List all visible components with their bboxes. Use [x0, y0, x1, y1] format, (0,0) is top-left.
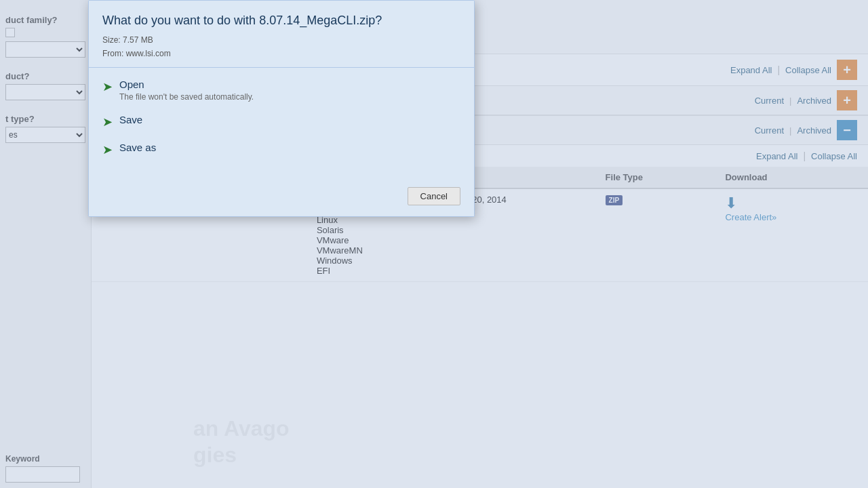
- open-arrow-icon: ➤: [102, 79, 113, 94]
- cancel-button[interactable]: Cancel: [408, 187, 460, 205]
- dialog-meta: Size: 7.57 MB From: www.lsi.com: [102, 34, 460, 60]
- dialog-title: What do you want to do with 8.07.14_Mega…: [102, 13, 460, 28]
- save-as-option-title: Save as: [119, 142, 156, 154]
- save-option-content: Save: [119, 114, 142, 126]
- save-option[interactable]: ➤ Save: [102, 114, 460, 129]
- save-option-title: Save: [119, 114, 142, 126]
- save-as-option[interactable]: ➤ Save as: [102, 142, 460, 157]
- open-option-title: Open: [119, 79, 254, 91]
- dialog-size: Size: 7.57 MB: [102, 34, 460, 47]
- dialog-footer: Cancel: [89, 180, 474, 216]
- dialog-header: What do you want to do with 8.07.14_Mega…: [89, 1, 474, 68]
- save-arrow-icon: ➤: [102, 115, 113, 129]
- download-dialog: What do you want to do with 8.07.14_Mega…: [88, 0, 475, 217]
- save-as-option-content: Save as: [119, 142, 156, 154]
- open-option[interactable]: ➤ Open The file won't be saved automatic…: [102, 79, 460, 102]
- open-option-subtitle: The file won't be saved automatically.: [119, 92, 254, 102]
- open-option-content: Open The file won't be saved automatical…: [119, 79, 254, 102]
- dialog-body: ➤ Open The file won't be saved automatic…: [89, 68, 474, 180]
- save-as-arrow-icon: ➤: [102, 142, 113, 157]
- dialog-from: From: www.lsi.com: [102, 47, 460, 60]
